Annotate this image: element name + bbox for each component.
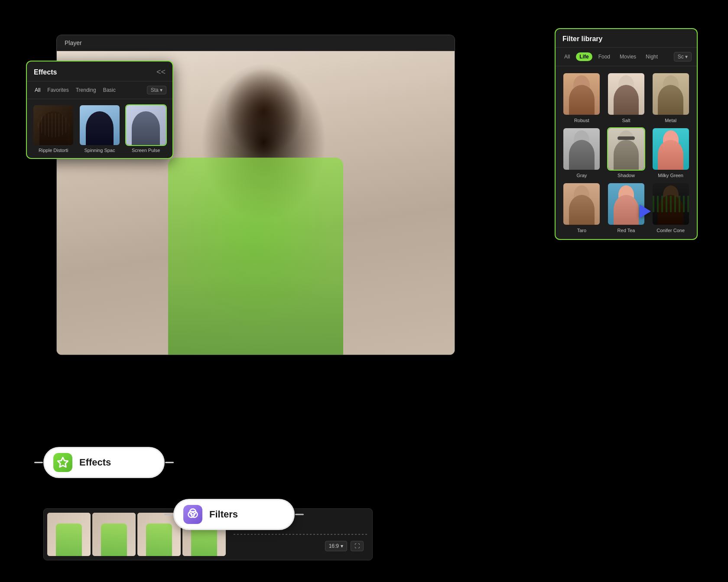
filter-label-conifercone: Conifer Cone: [656, 228, 685, 233]
filter-panel-header: Filter library: [556, 29, 697, 48]
effects-panel: Effects << All Favorites Trending Basic …: [26, 61, 173, 159]
aspect-ratio-label: 16:9: [329, 543, 339, 549]
filter-item-salt[interactable]: Salt: [606, 72, 647, 123]
effect-item-screenpulse[interactable]: Screen Pulse: [124, 104, 167, 153]
fullscreen-icon: ⛶: [354, 543, 360, 549]
cursor-arrow-indicator: [640, 204, 651, 218]
subject-outfit: [168, 158, 343, 355]
filter-item-taro[interactable]: Taro: [562, 182, 602, 233]
filter-thumb-robust: [562, 72, 601, 116]
filter-tabs: All Life Food Movies Night Sc ▾: [556, 48, 697, 66]
effect-label-ripple: Ripple Distorti: [39, 148, 68, 153]
filter-thumb-taro: [562, 182, 601, 226]
timeline-scrubber[interactable]: [229, 534, 372, 535]
filter-thumb-salt: [607, 72, 645, 116]
fullscreen-button[interactable]: ⛶: [351, 541, 364, 551]
effects-tab-more-button[interactable]: Sta ▾: [147, 86, 166, 94]
filter-thumb-conifercone: [652, 182, 690, 226]
filter-item-metal[interactable]: Metal: [650, 72, 691, 123]
filter-item-robust[interactable]: Robust: [562, 72, 602, 123]
effects-panel-header: Effects <<: [27, 61, 172, 81]
filter-label-redtea: Red Tea: [618, 228, 635, 233]
effects-badge-line-right: [165, 462, 174, 463]
filter-item-shadow[interactable]: Shadow: [606, 127, 647, 178]
filter-thumb-shadow: [607, 127, 645, 171]
effect-thumb-screenpulse: [125, 104, 167, 146]
chevron-down-icon: ▾: [341, 543, 343, 549]
effect-label-screenpulse: Screen Pulse: [132, 148, 160, 153]
effects-tab-all[interactable]: All: [33, 86, 42, 94]
effects-tabs: All Favorites Trending Basic Sta ▾: [27, 81, 172, 99]
effects-tab-trending[interactable]: Trending: [74, 86, 98, 94]
filters-badge-icon: [183, 505, 202, 524]
filter-tab-more-button[interactable]: Sc ▾: [674, 52, 692, 61]
effects-tab-basic[interactable]: Basic: [101, 86, 117, 94]
effect-thumb-spinning: [79, 104, 120, 146]
effects-badge-text: Effects: [79, 457, 111, 468]
filter-panel-title: Filter library: [562, 35, 602, 42]
filter-item-gray[interactable]: Gray: [562, 127, 602, 178]
aspect-controls: 16:9 ▾ ⛶: [325, 541, 364, 551]
effect-thumb-ripple: [32, 104, 74, 146]
effects-tab-favorites[interactable]: Favorites: [46, 86, 70, 94]
filter-label-robust: Robust: [574, 118, 589, 123]
filter-thumb-gray: [562, 127, 601, 171]
filter-grid: Robust Salt Metal: [556, 66, 697, 239]
filters-badge-line-left: [164, 514, 173, 515]
filter-thumb-milkygreen: [652, 127, 690, 171]
filter-item-conifercone[interactable]: Conifer Cone: [650, 182, 691, 233]
filter-panel: Filter library All Life Food Movies Nigh…: [555, 28, 698, 240]
rings-icon: [187, 508, 199, 521]
filters-badge-line-right: [295, 514, 304, 515]
filter-label-taro: Taro: [577, 228, 586, 233]
filter-tab-movies[interactable]: Movies: [616, 52, 640, 61]
timeline-thumb-1: [47, 513, 91, 556]
effect-item-ripple[interactable]: Ripple Distorti: [32, 104, 75, 153]
svg-marker-0: [58, 457, 68, 467]
filter-item-milkygreen[interactable]: Milky Green: [650, 127, 691, 178]
player-title: Player: [65, 39, 82, 46]
filter-tab-food[interactable]: Food: [595, 52, 614, 61]
filter-thumb-redtea: [607, 182, 645, 226]
filter-tab-night[interactable]: Night: [642, 52, 661, 61]
filter-label-milkygreen: Milky Green: [658, 173, 683, 178]
effects-badge-line-left: [34, 462, 43, 463]
sparkle-icon: [57, 456, 69, 469]
effects-badge: Effects: [43, 447, 165, 478]
filter-tab-life[interactable]: Life: [576, 52, 592, 61]
filters-badge-text: Filters: [209, 509, 238, 520]
effects-badge-icon: [53, 453, 72, 472]
player-header: Player: [57, 35, 455, 51]
filter-tab-all[interactable]: All: [561, 52, 573, 61]
effect-item-spinning[interactable]: Spinning Spac: [78, 104, 121, 153]
timeline-thumb-2: [92, 513, 136, 556]
effect-label-spinning: Spinning Spac: [84, 148, 115, 153]
effects-panel-title: Effects: [34, 68, 57, 76]
filter-thumb-metal: [652, 72, 690, 116]
filter-label-salt: Salt: [622, 118, 630, 123]
effects-grid: Ripple Distorti Spinning Spac Screen Pul…: [27, 99, 172, 158]
effects-collapse-button[interactable]: <<: [156, 68, 166, 77]
aspect-ratio-button[interactable]: 16:9 ▾: [325, 541, 347, 551]
filter-label-gray: Gray: [576, 173, 587, 178]
filter-label-metal: Metal: [665, 118, 676, 123]
filters-badge: Filters: [173, 499, 295, 530]
filter-label-shadow: Shadow: [618, 173, 635, 178]
